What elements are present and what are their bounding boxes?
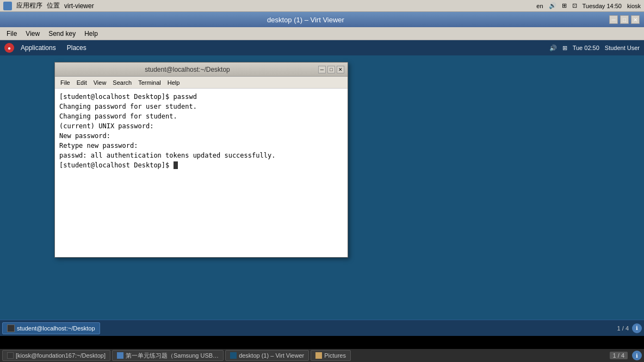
virt-window-title: desktop (1) – Virt Viewer <box>4 16 607 24</box>
virt-close-button[interactable]: ✕ <box>631 15 640 24</box>
term-menu-file[interactable]: File <box>57 79 73 86</box>
guest-menu-places[interactable]: Places <box>63 43 91 53</box>
term-menu-search[interactable]: Search <box>109 79 135 86</box>
terminal-line-8: [student@localhost Desktop]$ <box>59 160 343 170</box>
guest-topbar-right: 🔊 ⊞ Tue 02:50 Student User <box>549 45 640 52</box>
virt-menu-file[interactable]: File <box>2 29 21 39</box>
guest-taskbar-terminal[interactable]: student@localhost:~/Desktop <box>2 322 100 334</box>
host-task-document-label: 第一单元练习题（Samsung USB… <box>126 352 219 360</box>
guest-network-icon: ⊞ <box>562 45 567 52</box>
gnome-foot-icon[interactable]: ● <box>4 43 14 53</box>
host-apps-label[interactable]: 应用程序 <box>16 1 42 10</box>
terminal-minimize-button[interactable]: ─ <box>318 66 326 73</box>
host-taskbar-right: 1 / 4 ℹ <box>610 351 642 360</box>
terminal-line-1: [student@localhost Desktop]$ passwd <box>59 92 343 102</box>
guest-taskbar-terminal-label: student@localhost:~/Desktop <box>17 325 95 332</box>
vm-display: ● Applications Places 🔊 ⊞ Tue 02:50 Stud… <box>0 40 644 336</box>
host-page-indicator: 1 / 4 <box>610 352 628 359</box>
term-menu-terminal[interactable]: Terminal <box>135 79 164 86</box>
host-sound-icon: 🔊 <box>549 2 556 9</box>
guest-time: Tue 02:50 <box>573 45 599 51</box>
host-task-viewer-label: desktop (1) – Virt Viewer <box>239 352 304 359</box>
terminal-taskbar-icon <box>7 324 15 332</box>
host-time: Tuesday 14:50 <box>583 3 622 9</box>
host-pictures-icon <box>315 352 322 359</box>
virt-menu-help[interactable]: Help <box>80 29 102 39</box>
host-terminal-icon <box>7 352 14 359</box>
host-document-icon <box>117 352 123 359</box>
host-app-icon <box>3 2 12 10</box>
virt-titlebar: desktop (1) – Virt Viewer ─ □ ✕ <box>0 12 644 27</box>
host-task-viewer[interactable]: desktop (1) – Virt Viewer <box>225 350 309 361</box>
host-task-pictures-label: Pictures <box>324 352 346 359</box>
host-task-pictures[interactable]: Pictures <box>311 350 351 361</box>
host-clock-icon: ⊡ <box>572 2 577 9</box>
guest-topbar-left: ● Applications Places <box>4 43 549 53</box>
guest-user-label[interactable]: Student User <box>605 45 640 51</box>
virt-minimize-button[interactable]: ─ <box>609 15 618 24</box>
host-places-label[interactable]: 位置 <box>47 1 60 10</box>
terminal-cursor <box>174 161 178 169</box>
terminal-titlebar: student@localhost:~/Desktop ─ □ ✕ <box>55 63 348 77</box>
terminal-menubar: File Edit View Search Terminal Help <box>55 77 348 89</box>
host-taskbar: [kiosk@foundation167:~/Desktop] 第一单元练习题（… <box>0 349 644 362</box>
term-menu-view[interactable]: View <box>90 79 110 86</box>
host-taskbar-circle-btn[interactable]: ℹ <box>632 351 642 360</box>
guest-topbar: ● Applications Places 🔊 ⊞ Tue 02:50 Stud… <box>0 40 644 55</box>
host-network-icon: ⊞ <box>562 2 567 9</box>
virt-menu-sendkey[interactable]: Send key <box>44 29 80 39</box>
term-menu-help[interactable]: Help <box>164 79 183 86</box>
host-viewer-label[interactable]: virt-viewer <box>64 2 94 10</box>
guest-taskbar-right: 1 / 4 ℹ <box>617 323 642 333</box>
terminal-line-7: passwd: all authentication tokens update… <box>59 151 343 160</box>
host-task-terminal[interactable]: [kiosk@foundation167:~/Desktop] <box>2 350 110 361</box>
host-kiosk-label: kiosk <box>627 3 641 9</box>
virt-menubar: File View Send key Help <box>0 27 644 40</box>
host-locale: en <box>536 3 543 9</box>
term-menu-edit[interactable]: Edit <box>73 79 90 86</box>
virt-maximize-button[interactable]: □ <box>620 15 629 24</box>
terminal-title: student@localhost:~/Desktop <box>58 66 317 73</box>
terminal-line-5: New password: <box>59 131 343 141</box>
host-topbar-left: 应用程序 位置 virt-viewer <box>3 1 536 10</box>
terminal-line-2: Changing password for user student. <box>59 102 343 111</box>
terminal-close-button[interactable]: ✕ <box>337 66 344 73</box>
terminal-line-6: Retype new password: <box>59 141 343 151</box>
terminal-content[interactable]: [student@localhost Desktop]$ passwd Chan… <box>55 89 348 257</box>
terminal-line-3: Changing password for student. <box>59 111 343 121</box>
host-topbar: 应用程序 位置 virt-viewer en 🔊 ⊞ ⊡ Tuesday 14:… <box>0 0 644 12</box>
host-task-terminal-label: [kiosk@foundation167:~/Desktop] <box>16 352 106 359</box>
host-task-document[interactable]: 第一单元练习题（Samsung USB… <box>112 350 224 361</box>
virt-menu-view[interactable]: View <box>21 29 44 39</box>
guest-page-indicator: 1 / 4 <box>617 325 629 332</box>
guest-taskbar: student@localhost:~/Desktop 1 / 4 ℹ <box>0 320 644 336</box>
guest-taskbar-circle-btn[interactable]: ℹ <box>632 323 642 333</box>
terminal-line-4: (current) UNIX password: <box>59 121 343 131</box>
guest-menu-applications[interactable]: Applications <box>16 43 60 53</box>
terminal-maximize-button[interactable]: □ <box>327 66 335 73</box>
guest-sound-icon: 🔊 <box>549 45 557 52</box>
host-viewer-icon <box>230 352 237 359</box>
host-topbar-right: en 🔊 ⊞ ⊡ Tuesday 14:50 kiosk <box>536 2 641 9</box>
terminal-window: student@localhost:~/Desktop ─ □ ✕ File E… <box>54 62 348 258</box>
